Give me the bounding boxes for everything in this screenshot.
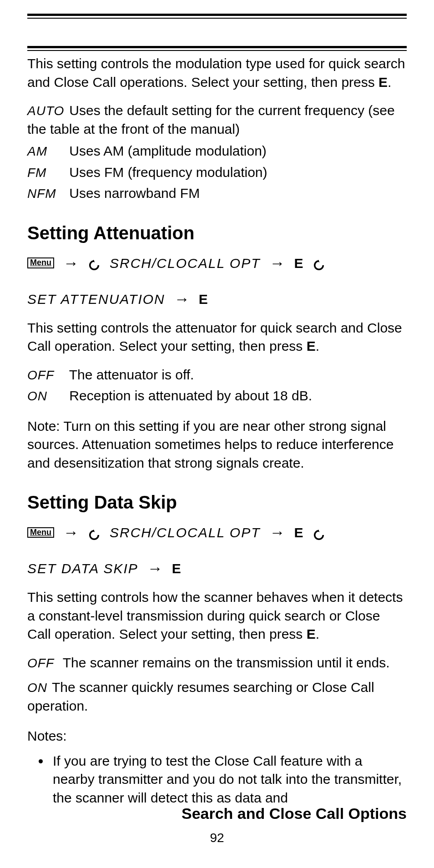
lcd-on: ON: [27, 388, 66, 405]
intro-text-a: This setting controls the modulation typ…: [27, 56, 405, 90]
intro-paragraph: This setting controls the modulation typ…: [27, 55, 407, 91]
option-auto: AUTO Uses the default setting for the cu…: [27, 101, 407, 138]
e-key: E: [294, 522, 303, 543]
e-key: E: [199, 289, 208, 309]
option-am-text: Uses AM (amplitude modulation): [69, 143, 267, 158]
nav-path-2: SET ATTENUATION: [27, 289, 165, 309]
option-fm: FM Uses FM (frequency modulation): [27, 163, 407, 182]
dskip-text-a: This setting controls how the scanner be…: [27, 590, 403, 641]
e-key: E: [172, 558, 181, 579]
attn-on-text: Reception is attenuated by about 18 dB.: [69, 388, 312, 403]
heading-attenuation: Setting Attenuation: [27, 223, 407, 243]
notes-label: Notes:: [27, 727, 407, 746]
list-item: If you are trying to test the Close Call…: [50, 752, 407, 807]
arrow-icon: →: [270, 521, 285, 544]
arrow-icon: →: [270, 252, 285, 275]
option-fm-text: Uses FM (frequency modulation): [69, 165, 267, 180]
lcd-auto: AUTO: [27, 102, 66, 120]
dskip-on-text: The scanner quickly resumes searching or…: [27, 680, 374, 713]
arrow-icon: →: [174, 288, 190, 311]
modulation-options: AUTO Uses the default setting for the cu…: [27, 101, 407, 203]
lcd-nfm: NFM: [27, 185, 66, 202]
top-rule-1: [27, 14, 407, 19]
attn-paragraph: This setting controls the attenuator for…: [27, 319, 407, 356]
option-auto-text: Uses the default setting for the current…: [27, 103, 395, 136]
arrow-icon: →: [147, 557, 163, 580]
option-dskip-on: ONThe scanner quickly resumes searching …: [27, 678, 407, 715]
top-rule-2: [27, 46, 407, 51]
dskip-off-text: The scanner remains on the transmission …: [63, 655, 390, 670]
attn-text-c: .: [316, 338, 319, 353]
note-1-text: If you are trying to test the Close Call…: [53, 753, 402, 805]
arrow-icon: →: [63, 252, 79, 275]
lcd-off: OFF: [27, 367, 66, 384]
scroll-icon: [313, 526, 325, 539]
e-key: E: [294, 253, 303, 273]
nav-path-1: SRCH/CLOCALL OPT: [110, 522, 261, 543]
nav-path-1: SRCH/CLOCALL OPT: [110, 253, 261, 273]
nav-attenuation: Menu → SRCH/CLOCALL OPT → E SET ATTENUAT…: [27, 252, 407, 311]
scroll-icon: [88, 526, 101, 539]
menu-button[interactable]: Menu: [27, 257, 54, 268]
arrow-icon: →: [63, 521, 79, 544]
option-am: AM Uses AM (amplitude modulation): [27, 142, 407, 161]
menu-button[interactable]: Menu: [27, 527, 54, 538]
intro-text-c: .: [388, 75, 391, 90]
dskip-paragraph: This setting controls how the scanner be…: [27, 588, 407, 644]
dskip-text-c: .: [316, 626, 319, 641]
notes-list: If you are trying to test the Close Call…: [50, 752, 407, 807]
attn-text-a: This setting controls the attenuator for…: [27, 320, 402, 354]
option-nfm: NFM Uses narrowband FM: [27, 184, 407, 203]
dskip-options: OFF The scanner remains on the transmiss…: [27, 654, 407, 716]
attn-key-e: E: [307, 338, 316, 353]
attn-options: OFF The attenuator is off. ON Reception …: [27, 366, 407, 405]
lcd-am: AM: [27, 143, 66, 160]
option-attn-off: OFF The attenuator is off.: [27, 366, 407, 384]
heading-data-skip: Setting Data Skip: [27, 492, 407, 513]
scroll-icon: [313, 257, 325, 269]
footer-section-title: Search and Close Call Options: [182, 805, 407, 823]
nav-data-skip: Menu → SRCH/CLOCALL OPT → E SET DATA SKI…: [27, 521, 407, 580]
lcd-fm: FM: [27, 164, 66, 182]
nav-path-2: SET DATA SKIP: [27, 558, 138, 579]
option-nfm-text: Uses narrowband FM: [69, 186, 200, 201]
option-dskip-off: OFF The scanner remains on the transmiss…: [27, 654, 407, 672]
page-number: 92: [0, 831, 434, 845]
scroll-icon: [88, 257, 101, 269]
dskip-key-e: E: [307, 626, 316, 641]
lcd-on: ON: [27, 679, 47, 696]
attn-off-text: The attenuator is off.: [69, 367, 194, 382]
option-attn-on: ON Reception is attenuated by about 18 d…: [27, 387, 407, 405]
intro-key-e: E: [378, 75, 388, 90]
lcd-off: OFF: [27, 655, 59, 672]
attn-note: Note: Turn on this setting if you are ne…: [27, 417, 407, 473]
